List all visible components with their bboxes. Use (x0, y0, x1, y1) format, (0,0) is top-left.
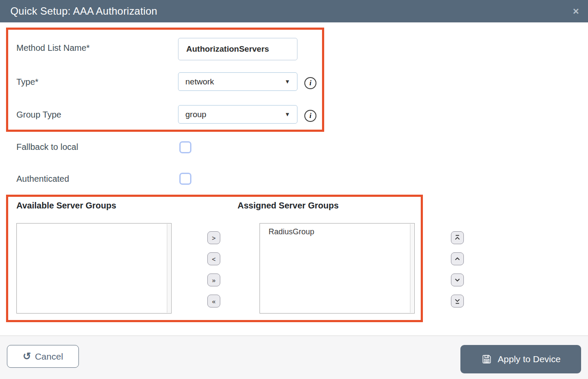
type-select-value: network (185, 77, 214, 87)
method-list-name-input[interactable] (178, 38, 297, 60)
apply-to-device-button[interactable]: Apply to Device (460, 345, 581, 373)
group-type-label: Group Type (16, 110, 61, 120)
available-server-groups-label: Available Server Groups (16, 201, 116, 211)
move-up-icon (454, 255, 461, 263)
move-up-button[interactable] (451, 252, 464, 265)
method-list-name-label: Method List Name* (16, 43, 90, 53)
move-all-right-button[interactable]: » (207, 273, 220, 286)
scrollbar[interactable] (167, 224, 171, 313)
move-down-button[interactable] (451, 273, 464, 286)
authenticated-label: Authenticated (16, 174, 69, 184)
apply-button-label: Apply to Device (498, 354, 561, 364)
assigned-server-groups-label: Assigned Server Groups (238, 201, 339, 211)
move-to-top-button[interactable] (451, 231, 464, 244)
list-item[interactable]: RadiusGroup (260, 224, 414, 236)
dialog-header: Quick Setup: AAA Authorization ✕ (0, 0, 588, 22)
cancel-button-label: Cancel (35, 351, 63, 362)
move-down-icon (454, 276, 461, 284)
save-icon (481, 354, 492, 365)
fallback-to-local-label: Fallback to local (16, 142, 78, 152)
close-icon[interactable]: ✕ (572, 7, 579, 16)
authenticated-checkbox[interactable] (179, 173, 191, 185)
move-to-top-icon (454, 234, 461, 242)
group-type-select[interactable]: group ▼ (178, 105, 297, 124)
dialog-title: Quick Setup: AAA Authorization (10, 5, 157, 17)
available-server-groups-list[interactable] (16, 223, 172, 314)
move-to-bottom-icon (454, 297, 461, 305)
type-info-icon[interactable]: i (304, 77, 316, 89)
type-label: Type* (16, 77, 38, 87)
chevron-down-icon: ▼ (285, 78, 290, 85)
dialog-footer: ↺ Cancel Apply to Device (0, 336, 588, 379)
type-select[interactable]: network ▼ (178, 72, 297, 91)
chevron-down-icon: ▼ (285, 111, 290, 118)
cancel-button[interactable]: ↺ Cancel (7, 345, 79, 368)
move-to-bottom-button[interactable] (451, 295, 464, 308)
move-all-left-button[interactable]: « (207, 295, 220, 308)
move-left-button[interactable]: < (207, 252, 220, 265)
group-type-info-icon[interactable]: i (304, 110, 316, 122)
group-type-select-value: group (185, 110, 206, 119)
move-right-button[interactable]: > (207, 231, 220, 244)
undo-icon: ↺ (23, 351, 31, 361)
assigned-server-groups-list[interactable]: RadiusGroup (260, 223, 415, 314)
fallback-to-local-checkbox[interactable] (179, 141, 191, 153)
quick-setup-dialog: Quick Setup: AAA Authorization ✕ Method … (0, 0, 588, 379)
scrollbar[interactable] (410, 224, 414, 313)
